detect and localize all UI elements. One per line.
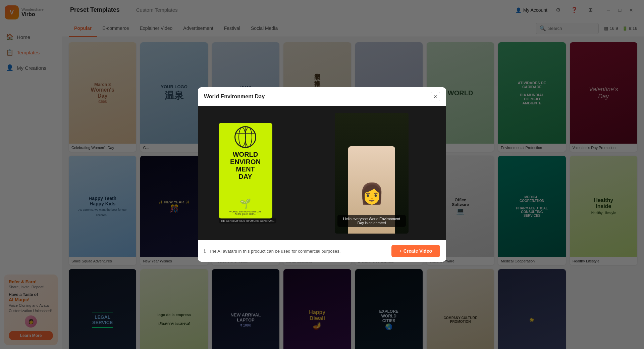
preview-card: WORLDENVIRONMENTDAY 🌱 WORLD ENVIRONMENT … — [219, 123, 272, 218]
ticker-strip: IRE GENERATIONS ★ FUTURE GENERAT... — [219, 218, 277, 223]
plant-hands-icon: 🌱 — [239, 198, 251, 209]
modal-close-button[interactable]: ✕ — [431, 92, 440, 101]
ticker-left: IRE GENERATIONS ★ — [221, 219, 248, 222]
ticker-right: FUTURE GENERAT... — [248, 219, 275, 222]
modal-title: World Environment Day — [204, 94, 265, 100]
globe-icon — [234, 126, 256, 148]
caption-box: Hello everyone World Environment Day is … — [337, 215, 406, 227]
footer-info-text: The AI avatars in this product can be us… — [209, 249, 388, 254]
modal-footer: ℹ The AI avatars in this product can be … — [198, 240, 446, 262]
modal-dialog: World Environment Day ✕ — [198, 87, 446, 262]
caption-text: Hello everyone World Environment Day is … — [343, 217, 400, 225]
info-icon: ℹ — [204, 248, 206, 254]
modal-overlay[interactable]: World Environment Day ✕ — [0, 0, 644, 349]
preview-bottom-text: WORLD ENVIRONMENT DAYAs the green earth.… — [229, 210, 261, 215]
avatar-background: 👩 Hello everyone World Environment Day i… — [335, 113, 409, 234]
person-icon: 👩 — [359, 182, 384, 205]
video-left-panel: WORLDENVIRONMENTDAY 🌱 WORLD ENVIRONMENT … — [198, 106, 297, 240]
modal-header: World Environment Day ✕ — [198, 87, 446, 106]
video-right-panel: 👩 Hello everyone World Environment Day i… — [297, 106, 446, 240]
create-video-button[interactable]: + Create Video — [391, 245, 440, 257]
modal-video-area: WORLDENVIRONMENTDAY 🌱 WORLD ENVIRONMENT … — [198, 106, 446, 240]
preview-env-title: WORLDENVIRONMENTDAY — [230, 151, 261, 180]
